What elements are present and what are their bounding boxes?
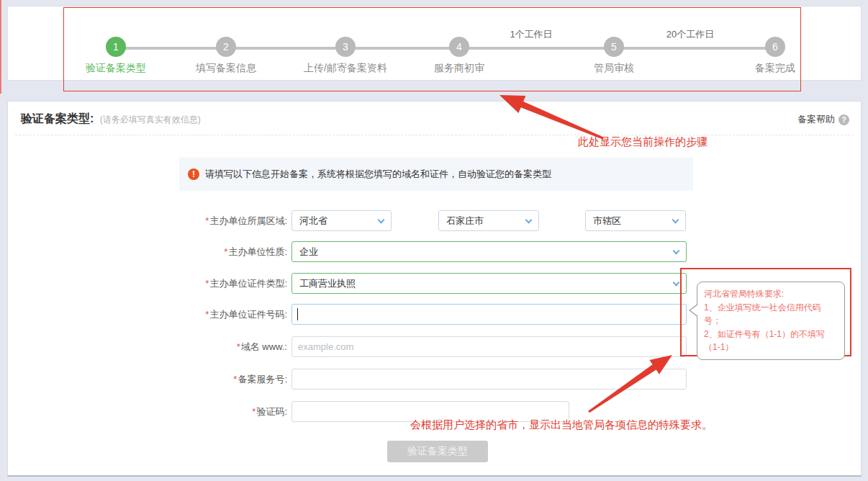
page: 1个工作日 20个工作日 1 验证备案类型 2 填写备案信息 3 上传/邮寄备案…	[0, 0, 868, 481]
city-select[interactable]: 石家庄市	[438, 210, 539, 231]
header-divider	[15, 135, 854, 135]
chevron-down-icon	[672, 217, 679, 224]
verify-type-button[interactable]: 验证备案类型	[387, 441, 488, 462]
tooltip-line: 2、如证件号有（1-1）的不填写	[704, 328, 838, 341]
step-6-circle: 6	[765, 37, 785, 57]
required-mark: *	[205, 215, 209, 226]
card-header: 验证备案类型: (请务必填写真实有效信息) 备案帮助 ?	[21, 112, 849, 129]
org-type-label: *主办单位性质:	[8, 241, 287, 262]
domain-label: *域名 www.:	[8, 336, 287, 357]
cert-type-select[interactable]: 工商营业执照	[291, 273, 687, 294]
required-mark: *	[224, 246, 227, 257]
step-label: 服务商初审	[434, 62, 484, 75]
required-mark: *	[205, 309, 209, 320]
step-2-circle: 2	[216, 37, 236, 57]
help-label: 备案帮助	[797, 113, 835, 126]
notice-text: 请填写以下信息开始备案，系统将根据您填写的域名和证件，自动验证您的备案类型	[205, 168, 551, 181]
step-4-provider-review: 4 服务商初审	[402, 37, 517, 75]
cert-type-value: 工商营业执照	[299, 278, 356, 289]
alert-icon: !	[188, 168, 199, 180]
required-mark: *	[205, 278, 209, 289]
step-1-circle: 1	[106, 37, 126, 57]
cert-type-label: *主办单位证件类型:	[8, 273, 287, 294]
stepper-card: 1个工作日 20个工作日 1 验证备案类型 2 填写备案信息 3 上传/邮寄备案…	[7, 6, 862, 81]
step-6-complete: 6 备案完成	[718, 37, 833, 75]
district-select[interactable]: 市辖区	[585, 210, 686, 231]
step-label: 管局审核	[594, 62, 634, 75]
city-value: 石家庄市	[446, 215, 484, 226]
annotation-province-note: 会根据用户选择的省市，显示出当地管局各项信息的特殊要求。	[410, 418, 713, 432]
service-no-label: *备案服务号:	[8, 369, 287, 390]
chevron-down-icon	[673, 279, 680, 287]
service-no-wrap	[291, 369, 687, 390]
required-mark: *	[237, 341, 240, 352]
tooltip-line: （1-1）	[704, 341, 838, 354]
step-5-circle: 5	[604, 37, 624, 57]
help-link[interactable]: 备案帮助 ?	[797, 113, 849, 126]
step-2-fill-info: 2 填写备案信息	[168, 37, 284, 75]
chevron-down-icon	[378, 217, 385, 224]
step-label: 填写备案信息	[196, 62, 256, 75]
province-requirements-tooltip: 河北省管局特殊要求: 1、企业填写统一社会信用代码号； 2、如证件号有（1-1）…	[697, 282, 845, 360]
page-title: 验证备案类型:	[21, 112, 94, 125]
question-icon[interactable]: ?	[838, 114, 849, 125]
required-mark: *	[233, 374, 237, 385]
district-value: 市辖区	[593, 215, 621, 226]
tooltip-line: 1、企业填写统一社会信用代码号；	[704, 301, 838, 328]
row-service-no: *备案服务号:	[8, 369, 861, 390]
row-org-type: *主办单位性质: 企业	[8, 241, 861, 262]
chevron-down-icon	[673, 248, 680, 255]
cert-no-wrap	[291, 304, 687, 325]
row-region: *主办单位所属区域: 河北省 石家庄市 市辖区	[8, 210, 861, 231]
step-label: 上传/邮寄备案资料	[304, 62, 387, 75]
required-mark: *	[252, 406, 256, 417]
step-5-bureau-review: 5 管局审核	[556, 37, 672, 75]
annotation-left-line	[0, 0, 1, 94]
province-select[interactable]: 河北省	[291, 210, 392, 231]
org-type-value: 企业	[299, 246, 318, 257]
chevron-down-icon	[525, 217, 533, 224]
step-1-verify-type: 1 验证备案类型	[58, 37, 173, 75]
captcha-label: *验证码:	[8, 401, 287, 422]
step-label: 验证备案类型	[86, 62, 146, 75]
step-3-circle: 3	[335, 37, 356, 57]
service-no-input[interactable]	[291, 369, 687, 390]
tooltip-title: 河北省管局特殊要求:	[704, 287, 838, 301]
step-label: 备案完成	[755, 62, 795, 75]
step-4-circle: 4	[449, 37, 469, 57]
step-3-upload-mail: 3 上传/邮寄备案资料	[288, 37, 403, 75]
region-label: *主办单位所属区域:	[8, 210, 287, 231]
org-type-select[interactable]: 企业	[291, 241, 687, 262]
annotation-step-note: 此处显示您当前操作的步骤	[578, 135, 707, 149]
annotation-rect-tooltip: 河北省管局特殊要求: 1、企业填写统一社会信用代码号； 2、如证件号有（1-1）…	[680, 268, 851, 356]
text-cursor	[297, 308, 298, 320]
page-subtitle: (请务必填写真实有效信息)	[100, 114, 201, 125]
domain-wrap	[291, 336, 687, 357]
cert-no-label: *主办单位证件号码:	[8, 304, 287, 325]
province-value: 河北省	[299, 215, 327, 226]
cert-no-input[interactable]	[291, 304, 687, 325]
domain-input[interactable]	[291, 336, 687, 357]
notice-banner: ! 请填写以下信息开始备案，系统将根据您填写的域名和证件，自动验证您的备案类型	[179, 158, 693, 191]
